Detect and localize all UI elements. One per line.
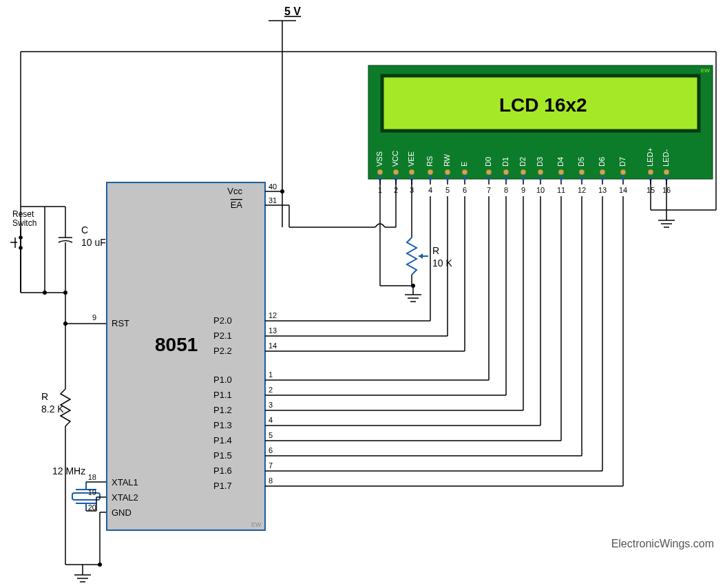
- svg-text:40: 40: [269, 182, 277, 191]
- svg-text:8: 8: [504, 186, 508, 194]
- svg-point-186: [664, 169, 669, 175]
- svg-text:P1.0: P1.0: [213, 375, 232, 385]
- svg-text:1: 1: [269, 370, 273, 379]
- svg-text:7: 7: [269, 461, 273, 470]
- svg-text:9: 9: [92, 313, 96, 322]
- svg-text:VSS: VSS: [375, 151, 383, 167]
- svg-text:LED+: LED+: [646, 147, 654, 167]
- svg-point-28: [43, 291, 47, 295]
- svg-point-156: [538, 169, 543, 175]
- svg-text:E: E: [460, 162, 468, 167]
- svg-text:11: 11: [557, 186, 565, 194]
- svg-text:XTAL2: XTAL2: [112, 492, 138, 503]
- svg-point-27: [63, 291, 67, 295]
- svg-text:D4: D4: [556, 157, 565, 167]
- svg-text:D0: D0: [484, 157, 492, 167]
- svg-text:P1.4: P1.4: [213, 435, 232, 445]
- svg-text:14: 14: [269, 342, 277, 350]
- svg-text:P1.2: P1.2: [213, 405, 232, 415]
- reset-switch-label: Reset Switch: [12, 210, 36, 228]
- svg-text:P1.1: P1.1: [213, 390, 232, 400]
- svg-point-43: [98, 563, 102, 567]
- capacitor-c-value: 10 uF: [81, 237, 106, 248]
- svg-text:D3: D3: [536, 157, 544, 167]
- svg-text:RS: RS: [425, 156, 434, 167]
- svg-point-116: [393, 169, 399, 175]
- svg-text:VEE: VEE: [407, 151, 415, 167]
- resistor-r1-label: R: [41, 391, 48, 402]
- svg-text:9: 9: [521, 186, 525, 194]
- svg-text:XTAL1: XTAL1: [112, 477, 138, 487]
- svg-text:5: 5: [445, 186, 450, 194]
- svg-text:12: 12: [578, 186, 586, 194]
- svg-point-181: [648, 169, 653, 175]
- svg-text:20: 20: [88, 503, 96, 512]
- svg-text:D5: D5: [577, 157, 585, 167]
- svg-text:P1.7: P1.7: [213, 481, 232, 491]
- svg-text:14: 14: [619, 186, 627, 194]
- svg-text:4: 4: [269, 416, 273, 424]
- svg-point-121: [409, 169, 414, 175]
- svg-text:3: 3: [269, 401, 273, 409]
- svg-point-141: [486, 169, 492, 175]
- svg-text:D2: D2: [518, 157, 527, 167]
- svg-text:P1.5: P1.5: [213, 450, 232, 461]
- capacitor-c-label: C: [81, 224, 88, 235]
- resistor-r1-value: 8.2 K: [41, 403, 64, 414]
- svg-text:D1: D1: [501, 157, 509, 167]
- svg-text:5: 5: [269, 431, 273, 439]
- svg-text:P1.3: P1.3: [213, 420, 232, 430]
- svg-text:P2.1: P2.1: [213, 330, 232, 341]
- svg-text:EW: EW: [251, 521, 262, 528]
- svg-text:31: 31: [269, 196, 277, 204]
- svg-point-161: [558, 169, 564, 175]
- crystal-value: 12 MHz: [52, 465, 85, 476]
- svg-point-151: [521, 169, 526, 175]
- svg-text:LCD 16x2: LCD 16x2: [499, 94, 587, 116]
- resistor-r2-value: 10 K: [432, 258, 452, 269]
- svg-text:2: 2: [269, 386, 273, 394]
- svg-text:13: 13: [269, 326, 277, 335]
- svg-text:VCC: VCC: [391, 151, 399, 167]
- svg-point-13: [19, 246, 22, 249]
- svg-text:8: 8: [269, 476, 273, 485]
- svg-text:7: 7: [487, 186, 491, 194]
- watermark: ElectronicWings.com: [611, 538, 714, 550]
- svg-text:6: 6: [269, 446, 273, 454]
- svg-text:GND: GND: [112, 507, 132, 518]
- svg-text:P1.6: P1.6: [213, 465, 232, 476]
- svg-point-131: [445, 169, 450, 175]
- svg-text:P2.2: P2.2: [213, 346, 232, 356]
- svg-text:D7: D7: [618, 157, 627, 167]
- svg-text:LED-: LED-: [662, 149, 670, 167]
- svg-text:5 V: 5 V: [284, 6, 301, 17]
- svg-point-146: [503, 169, 509, 175]
- svg-point-126: [428, 169, 433, 175]
- svg-point-176: [620, 169, 626, 175]
- svg-text:RW: RW: [443, 154, 451, 167]
- resistor-r2-label: R: [432, 245, 439, 256]
- svg-text:EA: EA: [231, 200, 243, 210]
- svg-text:18: 18: [88, 473, 96, 481]
- svg-point-171: [600, 169, 605, 175]
- svg-point-12: [19, 236, 22, 239]
- svg-marker-203: [419, 253, 423, 259]
- svg-text:12: 12: [269, 311, 277, 319]
- svg-text:P2.0: P2.0: [213, 315, 232, 326]
- svg-text:19: 19: [88, 488, 96, 496]
- svg-text:6: 6: [463, 186, 467, 194]
- svg-point-111: [377, 169, 383, 175]
- svg-point-58: [280, 189, 284, 193]
- svg-text:D6: D6: [598, 157, 606, 167]
- svg-text:Vcc: Vcc: [227, 186, 242, 196]
- svg-text:RST: RST: [112, 318, 129, 328]
- svg-text:13: 13: [598, 186, 607, 194]
- svg-point-136: [462, 169, 467, 175]
- svg-text:8051: 8051: [155, 334, 198, 355]
- svg-text:4: 4: [428, 186, 432, 194]
- svg-text:EW: EW: [701, 67, 710, 74]
- svg-point-166: [579, 169, 585, 175]
- circuit-diagram: 5 V: [0, 0, 725, 588]
- svg-text:10: 10: [536, 186, 545, 194]
